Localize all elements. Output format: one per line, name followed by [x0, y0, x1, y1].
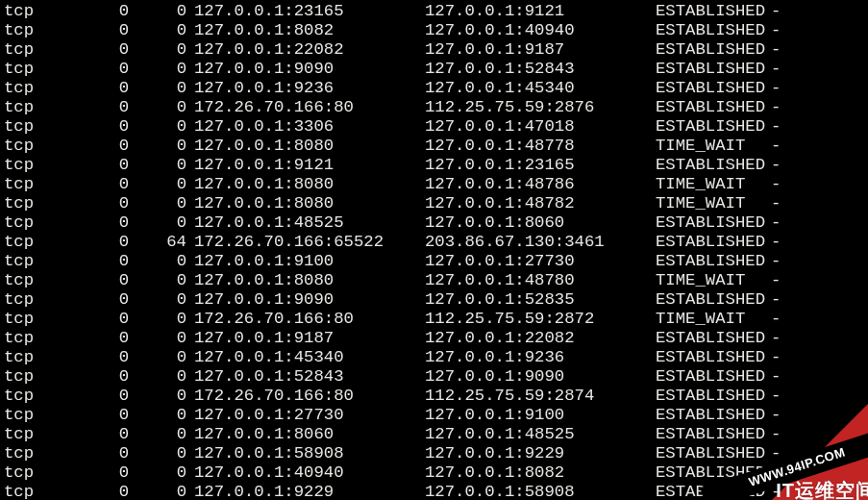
netstat-extra: - — [771, 233, 781, 252]
netstat-sendq: 0 — [129, 98, 186, 117]
netstat-recvq: 0 — [90, 60, 129, 79]
netstat-row: tcp00 172.26.70.166:80112.25.75.59:2872T… — [4, 310, 866, 329]
netstat-extra: - — [771, 387, 781, 406]
netstat-recvq: 0 — [90, 79, 129, 98]
netstat-state: ESTABLISHED — [656, 252, 771, 271]
netstat-sendq: 0 — [129, 483, 186, 500]
netstat-recvq: 0 — [90, 463, 129, 483]
netstat-sendq: 0 — [129, 40, 186, 60]
netstat-extra: - — [771, 252, 781, 271]
netstat-state: ESTABLISHED — [656, 444, 771, 463]
netstat-foreign: 127.0.0.1:52843 — [425, 60, 656, 79]
netstat-local: 127.0.0.1:3306 — [194, 117, 425, 137]
netstat-recvq: 0 — [90, 444, 129, 463]
netstat-extra: - — [771, 156, 781, 175]
netstat-recvq: 0 — [90, 367, 129, 387]
netstat-proto: tcp — [4, 60, 90, 79]
netstat-state: ESTABLISHED — [656, 425, 771, 444]
netstat-foreign: 127.0.0.1:47018 — [425, 117, 656, 137]
netstat-extra: - — [771, 137, 781, 156]
netstat-recvq: 0 — [90, 406, 129, 425]
netstat-sendq: 0 — [129, 290, 186, 310]
netstat-recvq: 0 — [90, 175, 129, 194]
netstat-sendq: 0 — [129, 60, 186, 79]
netstat-local: 172.26.70.166:80 — [194, 98, 425, 117]
netstat-state: ESTABLISHED — [656, 60, 771, 79]
netstat-local: 127.0.0.1:8080 — [194, 175, 425, 194]
netstat-row: tcp00 127.0.0.1:27730127.0.0.1:9100ESTAB… — [4, 406, 866, 425]
netstat-sendq: 0 — [129, 444, 186, 463]
netstat-row: tcp00 127.0.0.1:9236127.0.0.1:45340ESTAB… — [4, 79, 866, 98]
netstat-sendq: 0 — [129, 213, 186, 233]
netstat-row: tcp00 127.0.0.1:40940127.0.0.1:8082ESTAB… — [4, 463, 866, 483]
netstat-proto: tcp — [4, 21, 90, 40]
netstat-recvq: 0 — [90, 98, 129, 117]
netstat-foreign: 112.25.75.59:2874 — [425, 387, 656, 406]
netstat-row: tcp00 127.0.0.1:3306127.0.0.1:47018ESTAB… — [4, 117, 866, 137]
netstat-sendq: 0 — [129, 156, 186, 175]
netstat-row: tcp00 127.0.0.1:22082127.0.0.1:9187ESTAB… — [4, 40, 866, 60]
netstat-sendq: 64 — [129, 233, 186, 252]
netstat-row: tcp00 127.0.0.1:9229127.0.0.1:58908ESTAB… — [4, 483, 866, 500]
netstat-local: 127.0.0.1:52843 — [194, 367, 425, 387]
netstat-extra: - — [771, 483, 781, 500]
netstat-state: TIME_WAIT — [656, 271, 771, 290]
netstat-foreign: 112.25.75.59:2876 — [425, 98, 656, 117]
netstat-extra: - — [771, 406, 781, 425]
netstat-state: ESTABLISHED — [656, 156, 771, 175]
netstat-recvq: 0 — [90, 290, 129, 310]
netstat-local: 127.0.0.1:45340 — [194, 348, 425, 367]
netstat-row: tcp00 127.0.0.1:8080127.0.0.1:48782TIME_… — [4, 194, 866, 213]
netstat-local: 127.0.0.1:8080 — [194, 137, 425, 156]
netstat-proto: tcp — [4, 156, 90, 175]
netstat-state: TIME_WAIT — [656, 175, 771, 194]
netstat-foreign: 203.86.67.130:3461 — [425, 233, 656, 252]
netstat-sendq: 0 — [129, 21, 186, 40]
netstat-state: ESTABLISHED — [656, 387, 771, 406]
netstat-local: 127.0.0.1:8080 — [194, 194, 425, 213]
netstat-state: ESTABLISHED — [656, 367, 771, 387]
netstat-sendq: 0 — [129, 271, 186, 290]
netstat-local: 127.0.0.1:22082 — [194, 40, 425, 60]
netstat-recvq: 0 — [90, 310, 129, 329]
netstat-row: tcp00 127.0.0.1:45340127.0.0.1:9236ESTAB… — [4, 348, 866, 367]
netstat-extra: - — [771, 21, 781, 40]
netstat-recvq: 0 — [90, 137, 129, 156]
netstat-state: ESTABLISHED — [656, 2, 771, 21]
netstat-proto: tcp — [4, 194, 90, 213]
netstat-foreign: 127.0.0.1:48778 — [425, 137, 656, 156]
netstat-sendq: 0 — [129, 117, 186, 137]
netstat-local: 127.0.0.1:23165 — [194, 2, 425, 21]
netstat-local: 127.0.0.1:8082 — [194, 21, 425, 40]
netstat-local: 127.0.0.1:9187 — [194, 329, 425, 348]
netstat-proto: tcp — [4, 213, 90, 233]
netstat-proto: tcp — [4, 98, 90, 117]
netstat-proto: tcp — [4, 175, 90, 194]
netstat-proto: tcp — [4, 425, 90, 444]
netstat-state: ESTABLISHED — [656, 483, 771, 500]
netstat-row: tcp00 127.0.0.1:9100127.0.0.1:27730ESTAB… — [4, 252, 866, 271]
netstat-recvq: 0 — [90, 271, 129, 290]
netstat-sendq: 0 — [129, 367, 186, 387]
netstat-foreign: 127.0.0.1:9229 — [425, 444, 656, 463]
netstat-extra: - — [771, 40, 781, 60]
netstat-recvq: 0 — [90, 194, 129, 213]
netstat-state: ESTABLISHED — [656, 406, 771, 425]
netstat-sendq: 0 — [129, 2, 186, 21]
netstat-foreign: 127.0.0.1:45340 — [425, 79, 656, 98]
netstat-recvq: 0 — [90, 233, 129, 252]
netstat-sendq: 0 — [129, 137, 186, 156]
netstat-extra: - — [771, 79, 781, 98]
netstat-row: tcp00 127.0.0.1:9090127.0.0.1:52843ESTAB… — [4, 60, 866, 79]
netstat-state: TIME_WAIT — [656, 194, 771, 213]
netstat-proto: tcp — [4, 2, 90, 21]
netstat-foreign: 127.0.0.1:27730 — [425, 252, 656, 271]
netstat-local: 127.0.0.1:9100 — [194, 252, 425, 271]
netstat-foreign: 127.0.0.1:58908 — [425, 483, 656, 500]
netstat-row: tcp00 127.0.0.1:58908127.0.0.1:9229ESTAB… — [4, 444, 866, 463]
netstat-row: tcp00 127.0.0.1:23165127.0.0.1:9121ESTAB… — [4, 2, 866, 21]
netstat-row: tcp00 127.0.0.1:9090127.0.0.1:52835ESTAB… — [4, 290, 866, 310]
netstat-extra: - — [771, 310, 781, 329]
netstat-foreign: 127.0.0.1:48525 — [425, 425, 656, 444]
netstat-proto: tcp — [4, 463, 90, 483]
